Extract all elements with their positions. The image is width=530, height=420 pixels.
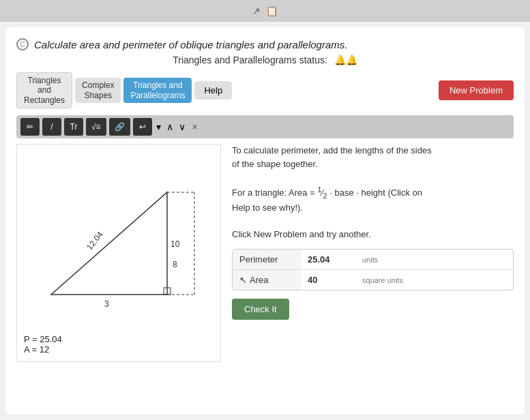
- check-it-button[interactable]: Check It: [232, 299, 289, 320]
- tab-complex-shapes[interactable]: Complex Shapes: [75, 78, 121, 103]
- triangle-svg: 12.04 10 8 3: [31, 158, 221, 322]
- area-row: ↖Area 40 square units: [233, 270, 513, 290]
- main-content-row: 12.04 10 8 3 P = 25.04 A = 12 To calcula…: [16, 144, 514, 362]
- pencil-tool-button[interactable]: ✏: [20, 118, 40, 136]
- area-cursor-icon: ↖: [239, 275, 247, 285]
- link-button[interactable]: 🔗: [109, 118, 130, 136]
- canvas-area: 12.04 10 8 3 P = 25.04 A = 12: [16, 144, 221, 362]
- area-value: 40: [301, 270, 355, 290]
- svg-text:12.04: 12.04: [85, 230, 105, 252]
- dropdown-arrow-icon: ▾: [156, 121, 161, 132]
- new-problem-button[interactable]: New Problem: [439, 80, 514, 100]
- objective-row: C Calculate area and perimeter of obliqu…: [16, 38, 514, 50]
- area-unit: square units: [355, 271, 513, 289]
- caret-down-icon: ∨: [179, 121, 186, 132]
- content-area: C Calculate area and perimeter of obliqu…: [5, 27, 525, 415]
- svg-text:8: 8: [173, 260, 177, 269]
- perimeter-value: 25.04: [301, 250, 355, 269]
- perimeter-row: Perimeter 25.04 units: [233, 250, 513, 270]
- sqrt-button[interactable]: √≡: [86, 118, 106, 136]
- tab-help[interactable]: Help: [194, 81, 232, 100]
- hint-text: To calculate perimeter, add the lengths …: [232, 144, 514, 241]
- tab-triangles-parallelograms[interactable]: Triangles and Parallelograms: [123, 78, 192, 103]
- diagonal-arrow-icon: ↗: [252, 5, 261, 16]
- canvas-labels: P = 25.04 A = 12: [24, 334, 62, 355]
- caret-up-icon: ∧: [166, 121, 173, 132]
- nav-tabs: Triangles and Rectangles Complex Shapes …: [16, 72, 514, 108]
- status-label: Triangles and Parallelograms status:: [173, 55, 327, 65]
- tab-triangles-rectangles[interactable]: Triangles and Rectangles: [16, 72, 72, 108]
- top-bar: ↗ 📋: [0, 0, 530, 22]
- perimeter-label: Perimeter: [233, 250, 301, 269]
- tr-button[interactable]: Tr: [64, 118, 83, 136]
- hint-line2: of the shape together.: [232, 159, 318, 169]
- hint-line5: Click New Problem and try another.: [232, 229, 371, 239]
- svg-marker-0: [51, 192, 167, 295]
- undo-button[interactable]: ↩: [133, 118, 152, 136]
- results-table: Perimeter 25.04 units ↖Area 40 square un…: [232, 249, 514, 290]
- area-label: ↖Area: [233, 270, 301, 290]
- close-icon[interactable]: ×: [192, 121, 198, 132]
- status-icons: 🔔🔔: [334, 55, 357, 65]
- svg-text:10: 10: [171, 239, 180, 249]
- a-label: A = 12: [24, 344, 62, 355]
- clipboard-icon: 📋: [266, 5, 278, 16]
- hint-line3: For a triangle: Area = 1⁄2 · base · heig…: [232, 188, 422, 198]
- objective-text: Calculate area and perimeter of oblique …: [34, 39, 347, 50]
- hint-line4: Help to see why!).: [232, 202, 303, 213]
- main-container: ↗ 📋 C Calculate area and perimeter of ob…: [0, 0, 530, 420]
- hint-line1: To calculate perimeter, add the lengths …: [232, 145, 432, 155]
- objective-icon: C: [16, 38, 29, 50]
- perimeter-unit: units: [355, 251, 513, 269]
- right-panel: To calculate perimeter, add the lengths …: [232, 144, 514, 362]
- svg-text:3: 3: [104, 299, 109, 309]
- status-row: Triangles and Parallelograms status: 🔔🔔: [16, 55, 514, 65]
- p-label: P = 25.04: [24, 334, 62, 344]
- slash-tool-button[interactable]: /: [42, 118, 61, 136]
- toolbar: ✏ / Tr √≡ 🔗 ↩ ▾ ∧ ∨ ×: [16, 115, 514, 138]
